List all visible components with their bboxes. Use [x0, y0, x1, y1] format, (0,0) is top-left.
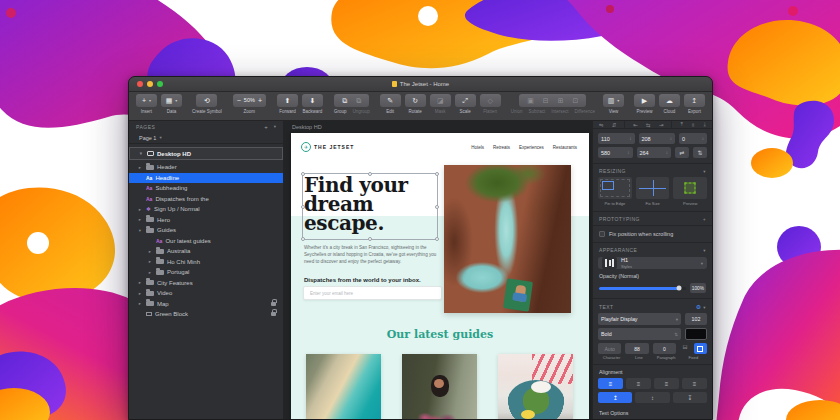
- artboard[interactable]: ✈ THE JETSET Hotels Retreats Experiences…: [291, 133, 589, 420]
- layer-dispatches[interactable]: Aa Dispatches from the: [129, 194, 283, 205]
- align-middle-icon[interactable]: ⇳: [691, 122, 696, 128]
- fix-position-row[interactable]: Fix position when scrolling: [593, 226, 712, 243]
- disclosure-icon[interactable]: ▸: [147, 270, 153, 275]
- flip-vertical-icon[interactable]: ⇅: [693, 147, 707, 158]
- opacity-value[interactable]: 100%: [690, 283, 706, 293]
- pin-to-edge-option[interactable]: Pin to Edge: [598, 177, 632, 206]
- zoom-in-icon[interactable]: +: [258, 97, 262, 104]
- font-weight-dropdown[interactable]: Bold⇅: [598, 328, 681, 340]
- align-text-justify-button[interactable]: ≡: [682, 378, 707, 389]
- backward-button[interactable]: ⬇ Backward: [302, 94, 323, 114]
- align-text-top-button[interactable]: ↥: [598, 392, 632, 403]
- disclosure-icon[interactable]: ▸: [147, 249, 153, 254]
- font-size-field[interactable]: 102: [685, 313, 707, 325]
- disclosure-icon[interactable]: ▸: [137, 217, 143, 222]
- text-section-header[interactable]: TEXT ⚙ ▾: [593, 299, 712, 313]
- distribute-vertical-icon[interactable]: ⇵: [612, 122, 617, 128]
- opacity-slider[interactable]: [599, 287, 686, 290]
- edit-button[interactable]: ✎ Edit: [380, 94, 401, 114]
- resizing-section-header[interactable]: RESIZING▾: [593, 164, 712, 177]
- disclosure-icon[interactable]: ▸: [137, 165, 143, 170]
- layer-guides[interactable]: ▾ Guides: [129, 225, 283, 236]
- layer-our-latest-guides[interactable]: Aa Our latest guides: [129, 236, 283, 247]
- selection-handle[interactable]: [435, 172, 439, 176]
- line-spacing-field[interactable]: 88: [625, 343, 648, 354]
- layer-green-block[interactable]: Green Block: [129, 309, 283, 320]
- text-color-swatch[interactable]: [685, 328, 707, 340]
- layer-portugal[interactable]: ▸ Portugal: [129, 267, 283, 278]
- selection-box[interactable]: [302, 173, 438, 240]
- layer-hero[interactable]: ▸ Hero: [129, 215, 283, 226]
- paragraph-spacing-field[interactable]: 0: [653, 343, 676, 354]
- checkbox-unchecked[interactable]: [599, 231, 605, 237]
- page-selector[interactable]: Page 1▾: [129, 132, 283, 144]
- insert-button[interactable]: +▾ Insert: [136, 94, 157, 114]
- group-ungroup-control[interactable]: ⧉⧉ GroupUngroup: [334, 94, 370, 114]
- titlebar[interactable]: The Jetset - Home: [129, 77, 712, 92]
- add-page-icon[interactable]: +: [264, 124, 268, 130]
- lock-icon[interactable]: [271, 302, 276, 306]
- group-icon[interactable]: ⧉: [342, 97, 347, 104]
- disclosure-icon[interactable]: ▾: [138, 151, 144, 156]
- y-field[interactable]: 208↕: [639, 133, 676, 144]
- align-center-h-icon[interactable]: ⇆: [646, 122, 651, 128]
- align-top-icon[interactable]: ⤒: [680, 121, 682, 128]
- layer-artboard-desktop-hd[interactable]: ▾ Desktop HD: [129, 147, 283, 160]
- align-bottom-icon[interactable]: ⤓: [704, 121, 706, 128]
- selection-handle[interactable]: [368, 237, 372, 241]
- appearance-section-header[interactable]: APPEARANCE▾: [593, 243, 712, 256]
- cloud-button[interactable]: ☁ Cloud: [659, 94, 680, 114]
- align-text-right-button[interactable]: ≡: [654, 378, 679, 389]
- rotation-field[interactable]: 0↕: [679, 133, 707, 144]
- layer-australia[interactable]: ▸ Australia: [129, 246, 283, 257]
- auto-width-icon[interactable]: ⊟: [680, 343, 690, 354]
- slider-knob[interactable]: [676, 286, 681, 291]
- layer-city-features[interactable]: ▸ City Features: [129, 278, 283, 289]
- plus-icon[interactable]: +: [703, 217, 706, 222]
- character-spacing-field[interactable]: Auto: [598, 343, 621, 354]
- lock-icon[interactable]: [271, 312, 276, 316]
- selection-handle[interactable]: [301, 172, 305, 176]
- fix-size-option[interactable]: Fix Size: [636, 177, 670, 206]
- export-button[interactable]: ↥ Export: [684, 94, 705, 114]
- view-button[interactable]: ▥▾ View: [603, 94, 624, 114]
- scale-button[interactable]: ⤢ Scale: [455, 94, 476, 114]
- text-style-selector[interactable]: H1 Styles ▾: [598, 257, 707, 269]
- resizing-preview[interactable]: Preview: [673, 177, 707, 206]
- selection-handle[interactable]: [368, 172, 372, 176]
- font-family-dropdown[interactable]: Playfair Display▾: [598, 313, 681, 325]
- selection-handle[interactable]: [301, 237, 305, 241]
- disclosure-icon[interactable]: ▸: [137, 291, 143, 296]
- zoom-control[interactable]: −50%+ Zoom: [233, 94, 266, 114]
- layer-signup-symbol[interactable]: ▸ ❖ Sign Up / Normal: [129, 204, 283, 215]
- create-symbol-button[interactable]: ⟲ Create Symbol: [192, 94, 222, 114]
- disclosure-icon[interactable]: ▸: [137, 207, 143, 212]
- layer-video[interactable]: ▸ Video: [129, 288, 283, 299]
- disclosure-icon[interactable]: ▸: [137, 301, 143, 306]
- disclosure-icon[interactable]: ▸: [137, 280, 143, 285]
- align-text-bottom-button[interactable]: ↧: [673, 392, 707, 403]
- collapse-pages-icon[interactable]: ▾: [274, 124, 276, 130]
- width-field[interactable]: 580↕: [598, 147, 633, 158]
- layer-map[interactable]: ▸ Map: [129, 299, 283, 310]
- align-text-middle-button[interactable]: ↕: [635, 392, 669, 403]
- height-field[interactable]: 264↕: [637, 147, 672, 158]
- selection-handle[interactable]: [301, 205, 305, 209]
- artboard-title[interactable]: Desktop HD: [292, 124, 322, 130]
- zoom-out-icon[interactable]: −: [237, 97, 241, 104]
- canvas[interactable]: Desktop HD ✈ THE JETSET Hotels Retreats …: [284, 121, 592, 420]
- align-text-left-button[interactable]: ≡: [598, 378, 623, 389]
- disclosure-icon[interactable]: ▾: [137, 228, 143, 233]
- email-input[interactable]: [303, 286, 442, 300]
- data-button[interactable]: ▦▾ Data: [161, 94, 182, 114]
- prototyping-section-header[interactable]: PROTOTYPING+: [593, 211, 712, 226]
- distribute-horizontal-icon[interactable]: ⇋: [599, 122, 604, 128]
- selection-handle[interactable]: [435, 205, 439, 209]
- rotate-button[interactable]: ↻ Rotate: [405, 94, 426, 114]
- layer-ho-chi-minh[interactable]: ▸ Ho Chi Minh: [129, 257, 283, 268]
- x-field[interactable]: 110↕: [598, 133, 635, 144]
- layer-subheading[interactable]: Aa Subheading: [129, 183, 283, 194]
- align-text-center-button[interactable]: ≡: [626, 378, 651, 389]
- fixed-width-button[interactable]: [694, 343, 707, 354]
- preview-button[interactable]: ▶ Preview: [634, 94, 655, 114]
